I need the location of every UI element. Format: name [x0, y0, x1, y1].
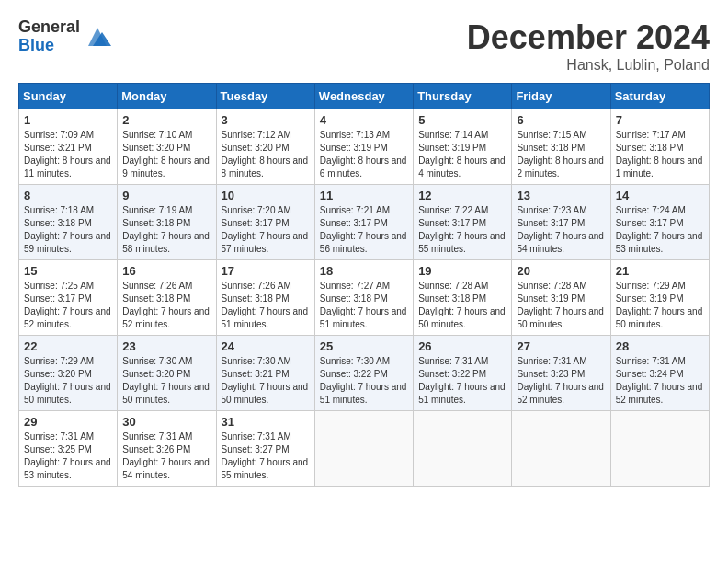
- day-number: 19: [418, 264, 506, 278]
- day-cell: 23Sunrise: 7:30 AMSunset: 3:20 PMDayligh…: [118, 336, 216, 411]
- day-cell: 19Sunrise: 7:28 AMSunset: 3:18 PMDayligh…: [414, 260, 512, 336]
- day-info: Sunrise: 7:10 AMSunset: 3:20 PMDaylight:…: [122, 129, 210, 180]
- day-number: 16: [122, 264, 210, 278]
- day-cell: 16Sunrise: 7:26 AMSunset: 3:18 PMDayligh…: [118, 260, 216, 336]
- day-number: 23: [122, 339, 210, 353]
- day-number: 30: [122, 415, 210, 429]
- day-cell: 29Sunrise: 7:31 AMSunset: 3:25 PMDayligh…: [19, 411, 118, 487]
- day-cell: 26Sunrise: 7:31 AMSunset: 3:22 PMDayligh…: [414, 336, 512, 411]
- day-of-week-header: Friday: [512, 84, 610, 109]
- day-info: Sunrise: 7:17 AMSunset: 3:18 PMDaylight:…: [616, 129, 704, 180]
- day-number: 4: [320, 113, 408, 127]
- day-number: 2: [122, 113, 210, 127]
- title-area: December 2024 Hansk, Lublin, Poland: [467, 18, 710, 74]
- day-info: Sunrise: 7:25 AMSunset: 3:17 PMDaylight:…: [24, 280, 112, 331]
- day-of-week-header: Saturday: [610, 84, 709, 109]
- calendar-row: 22Sunrise: 7:29 AMSunset: 3:20 PMDayligh…: [19, 336, 710, 411]
- day-info: Sunrise: 7:27 AMSunset: 3:18 PMDaylight:…: [320, 280, 408, 331]
- day-info: Sunrise: 7:24 AMSunset: 3:17 PMDaylight:…: [616, 204, 704, 256]
- page-header: General Blue December 2024 Hansk, Lublin…: [18, 18, 710, 74]
- day-info: Sunrise: 7:31 AMSunset: 3:25 PMDaylight:…: [24, 431, 112, 482]
- calendar-row: 29Sunrise: 7:31 AMSunset: 3:25 PMDayligh…: [19, 411, 710, 487]
- day-info: Sunrise: 7:31 AMSunset: 3:23 PMDaylight:…: [517, 355, 605, 407]
- day-number: 29: [24, 415, 112, 429]
- day-number: 22: [24, 339, 112, 353]
- day-info: Sunrise: 7:26 AMSunset: 3:18 PMDaylight:…: [222, 280, 310, 331]
- day-cell: 28Sunrise: 7:31 AMSunset: 3:24 PMDayligh…: [610, 336, 709, 411]
- day-info: Sunrise: 7:28 AMSunset: 3:18 PMDaylight:…: [418, 280, 506, 331]
- day-info: Sunrise: 7:23 AMSunset: 3:17 PMDaylight:…: [517, 204, 605, 256]
- day-info: Sunrise: 7:26 AMSunset: 3:18 PMDaylight:…: [122, 280, 210, 331]
- day-of-week-header: Thursday: [414, 84, 512, 109]
- day-cell: 22Sunrise: 7:29 AMSunset: 3:20 PMDayligh…: [19, 336, 118, 411]
- day-number: 14: [616, 189, 704, 202]
- day-info: Sunrise: 7:19 AMSunset: 3:18 PMDaylight:…: [122, 204, 210, 256]
- day-number: 18: [320, 264, 408, 278]
- day-info: Sunrise: 7:28 AMSunset: 3:19 PMDaylight:…: [517, 280, 605, 331]
- day-number: 6: [517, 113, 605, 127]
- day-info: Sunrise: 7:31 AMSunset: 3:26 PMDaylight:…: [122, 431, 210, 482]
- logo-general: General: [18, 18, 80, 37]
- day-info: Sunrise: 7:30 AMSunset: 3:22 PMDaylight:…: [320, 355, 408, 407]
- day-info: Sunrise: 7:22 AMSunset: 3:17 PMDaylight:…: [418, 204, 506, 256]
- day-cell: 18Sunrise: 7:27 AMSunset: 3:18 PMDayligh…: [314, 260, 413, 336]
- calendar-row: 15Sunrise: 7:25 AMSunset: 3:17 PMDayligh…: [19, 260, 710, 336]
- location-title: Hansk, Lublin, Poland: [467, 57, 710, 74]
- day-of-week-header: Wednesday: [314, 84, 413, 109]
- day-cell: 3Sunrise: 7:12 AMSunset: 3:20 PMDaylight…: [216, 109, 314, 185]
- day-number: 31: [222, 415, 310, 429]
- day-number: 5: [418, 113, 506, 127]
- empty-cell: [512, 411, 610, 487]
- day-number: 25: [320, 339, 408, 353]
- day-number: 28: [616, 339, 704, 353]
- empty-cell: [610, 411, 709, 487]
- calendar-row: 1Sunrise: 7:09 AMSunset: 3:21 PMDaylight…: [19, 109, 710, 185]
- day-cell: 27Sunrise: 7:31 AMSunset: 3:23 PMDayligh…: [512, 336, 610, 411]
- day-info: Sunrise: 7:29 AMSunset: 3:19 PMDaylight:…: [616, 280, 704, 331]
- day-cell: 4Sunrise: 7:13 AMSunset: 3:19 PMDaylight…: [314, 109, 413, 185]
- day-cell: 6Sunrise: 7:15 AMSunset: 3:18 PMDaylight…: [512, 109, 610, 185]
- day-cell: 20Sunrise: 7:28 AMSunset: 3:19 PMDayligh…: [512, 260, 610, 336]
- day-info: Sunrise: 7:31 AMSunset: 3:27 PMDaylight:…: [222, 431, 310, 482]
- day-info: Sunrise: 7:30 AMSunset: 3:21 PMDaylight:…: [222, 355, 310, 407]
- day-info: Sunrise: 7:09 AMSunset: 3:21 PMDaylight:…: [24, 129, 112, 180]
- day-cell: 14Sunrise: 7:24 AMSunset: 3:17 PMDayligh…: [610, 185, 709, 260]
- day-info: Sunrise: 7:31 AMSunset: 3:24 PMDaylight:…: [616, 355, 704, 407]
- day-cell: 2Sunrise: 7:10 AMSunset: 3:20 PMDaylight…: [118, 109, 216, 185]
- day-number: 24: [222, 339, 310, 353]
- day-cell: 10Sunrise: 7:20 AMSunset: 3:17 PMDayligh…: [216, 185, 314, 260]
- day-number: 11: [320, 189, 408, 202]
- day-cell: 13Sunrise: 7:23 AMSunset: 3:17 PMDayligh…: [512, 185, 610, 260]
- day-of-week-header: Tuesday: [216, 84, 314, 109]
- day-number: 27: [517, 339, 605, 353]
- logo-icon: [84, 23, 111, 51]
- empty-cell: [414, 411, 512, 487]
- day-cell: 5Sunrise: 7:14 AMSunset: 3:19 PMDaylight…: [414, 109, 512, 185]
- empty-cell: [314, 411, 413, 487]
- day-cell: 25Sunrise: 7:30 AMSunset: 3:22 PMDayligh…: [314, 336, 413, 411]
- day-info: Sunrise: 7:30 AMSunset: 3:20 PMDaylight:…: [122, 355, 210, 407]
- day-cell: 12Sunrise: 7:22 AMSunset: 3:17 PMDayligh…: [414, 185, 512, 260]
- day-number: 13: [517, 189, 605, 202]
- logo-blue: Blue: [18, 37, 80, 55]
- day-info: Sunrise: 7:31 AMSunset: 3:22 PMDaylight:…: [418, 355, 506, 407]
- day-info: Sunrise: 7:15 AMSunset: 3:18 PMDaylight:…: [517, 129, 605, 180]
- day-number: 7: [616, 113, 704, 127]
- day-of-week-header: Sunday: [19, 84, 118, 109]
- day-number: 9: [122, 189, 210, 202]
- day-info: Sunrise: 7:29 AMSunset: 3:20 PMDaylight:…: [24, 355, 112, 407]
- day-number: 20: [517, 264, 605, 278]
- day-number: 26: [418, 339, 506, 353]
- day-cell: 24Sunrise: 7:30 AMSunset: 3:21 PMDayligh…: [216, 336, 314, 411]
- day-cell: 31Sunrise: 7:31 AMSunset: 3:27 PMDayligh…: [216, 411, 314, 487]
- day-cell: 9Sunrise: 7:19 AMSunset: 3:18 PMDaylight…: [118, 185, 216, 260]
- day-number: 12: [418, 189, 506, 202]
- day-info: Sunrise: 7:13 AMSunset: 3:19 PMDaylight:…: [320, 129, 408, 180]
- logo: General Blue: [18, 18, 111, 55]
- day-cell: 11Sunrise: 7:21 AMSunset: 3:17 PMDayligh…: [314, 185, 413, 260]
- day-cell: 8Sunrise: 7:18 AMSunset: 3:18 PMDaylight…: [19, 185, 118, 260]
- day-number: 3: [222, 113, 310, 127]
- day-number: 15: [24, 264, 112, 278]
- day-cell: 17Sunrise: 7:26 AMSunset: 3:18 PMDayligh…: [216, 260, 314, 336]
- day-cell: 21Sunrise: 7:29 AMSunset: 3:19 PMDayligh…: [610, 260, 709, 336]
